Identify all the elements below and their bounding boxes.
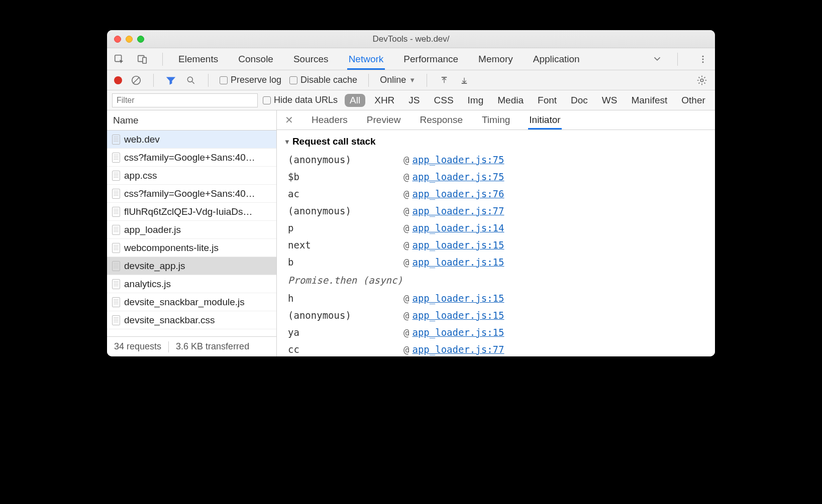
detail-tab-headers[interactable]: Headers <box>311 110 349 130</box>
async-boundary: Promise.then (async) <box>284 271 708 290</box>
devtools-window: DevTools - web.dev/ ElementsConsoleSourc… <box>107 30 715 356</box>
request-row[interactable]: css?family=Google+Sans:40… <box>107 185 276 203</box>
request-row[interactable]: app.css <box>107 167 276 185</box>
tab-elements[interactable]: Elements <box>177 49 220 70</box>
stack-function: ya <box>288 324 403 341</box>
filter-type-all[interactable]: All <box>345 94 365 107</box>
file-icon <box>112 297 120 307</box>
stack-source-link[interactable]: app_loader.js:76 <box>412 185 504 202</box>
clear-icon[interactable] <box>130 74 142 86</box>
tab-console[interactable]: Console <box>237 49 275 70</box>
stack-source-link[interactable]: app_loader.js:15 <box>412 290 504 307</box>
stack-source-link[interactable]: app_loader.js:15 <box>412 254 504 271</box>
request-name: css?family=Google+Sans:40… <box>124 188 255 199</box>
tab-memory[interactable]: Memory <box>477 49 515 70</box>
request-name: devsite_app.js <box>124 261 185 272</box>
stack-frame: (anonymous)@app_loader.js:75 <box>284 151 708 168</box>
initiator-pane: ▼ Request call stack (anonymous)@app_loa… <box>277 130 715 356</box>
stack-source-link[interactable]: app_loader.js:14 <box>412 219 504 236</box>
minimize-window-button[interactable] <box>126 36 133 43</box>
stack-source-link[interactable]: app_loader.js:15 <box>412 307 504 324</box>
network-toolbar: Preserve log Disable cache Online ▼ <box>107 70 715 90</box>
stack-frame: ac@app_loader.js:76 <box>284 185 708 202</box>
request-name: app_loader.js <box>124 224 181 235</box>
stack-source-link[interactable]: app_loader.js:77 <box>412 202 504 219</box>
stack-frame: b@app_loader.js:15 <box>284 254 708 271</box>
kebab-menu-icon[interactable] <box>697 53 709 65</box>
stack-source-link[interactable]: app_loader.js:75 <box>412 168 504 185</box>
stack-function: (anonymous) <box>288 151 403 168</box>
detail-tab-timing[interactable]: Timing <box>481 110 511 130</box>
throttling-select[interactable]: Online ▼ <box>380 75 416 85</box>
filter-type-other[interactable]: Other <box>676 94 710 107</box>
request-row[interactable]: css?family=Google+Sans:40… <box>107 149 276 167</box>
request-list: Name web.devcss?family=Google+Sans:40…ap… <box>107 110 277 356</box>
stack-source-link[interactable]: app_loader.js:15 <box>412 324 504 341</box>
more-tabs-icon[interactable] <box>651 53 663 65</box>
request-row[interactable]: webcomponents-lite.js <box>107 239 276 257</box>
request-row[interactable]: app_loader.js <box>107 221 276 239</box>
preserve-log-checkbox[interactable]: Preserve log <box>220 75 281 85</box>
request-row[interactable]: web.dev <box>107 131 276 149</box>
stack-source-link[interactable]: app_loader.js:75 <box>412 151 504 168</box>
filter-type-manifest[interactable]: Manifest <box>626 94 672 107</box>
request-name: app.css <box>124 170 157 181</box>
close-window-button[interactable] <box>114 36 121 43</box>
hide-data-urls-checkbox[interactable]: Hide data URLs <box>263 95 338 105</box>
separator <box>427 74 427 87</box>
stack-frame: (anonymous)@app_loader.js:15 <box>284 307 708 324</box>
download-icon[interactable] <box>458 74 470 86</box>
tab-application[interactable]: Application <box>532 49 581 70</box>
filter-type-ws[interactable]: WS <box>597 94 623 107</box>
filter-type-xhr[interactable]: XHR <box>369 94 399 107</box>
request-row[interactable]: analytics.js <box>107 275 276 293</box>
filter-type-media[interactable]: Media <box>492 94 529 107</box>
zoom-window-button[interactable] <box>137 36 144 43</box>
tab-network[interactable]: Network <box>347 49 385 70</box>
separator <box>153 74 154 87</box>
file-icon <box>112 135 120 145</box>
chevron-down-icon: ▼ <box>409 76 416 84</box>
inspect-icon[interactable] <box>113 53 125 65</box>
filter-type-font[interactable]: Font <box>533 94 562 107</box>
file-icon <box>112 315 120 325</box>
stack-function: (anonymous) <box>288 307 403 324</box>
filter-type-css[interactable]: CSS <box>429 94 459 107</box>
request-row[interactable]: devsite_snackbar.css <box>107 311 276 329</box>
close-icon[interactable]: ✕ <box>285 114 293 126</box>
filter-type-img[interactable]: Img <box>463 94 489 107</box>
request-name: web.dev <box>124 134 160 145</box>
hide-data-urls-label: Hide data URLs <box>274 95 338 105</box>
device-toggle-icon[interactable] <box>136 53 148 65</box>
request-row[interactable]: devsite_app.js <box>107 257 276 275</box>
filter-input[interactable] <box>112 93 258 107</box>
transferred-size: 3.6 KB transferred <box>176 341 249 352</box>
svg-point-5 <box>702 61 704 63</box>
record-button[interactable] <box>114 76 122 84</box>
detail-tab-response[interactable]: Response <box>419 110 464 130</box>
gear-icon[interactable] <box>696 74 708 86</box>
stack-function: h <box>288 290 403 307</box>
stack-source-link[interactable]: app_loader.js:77 <box>412 341 504 356</box>
stack-frame: cc@app_loader.js:77 <box>284 341 708 356</box>
disable-cache-checkbox[interactable]: Disable cache <box>289 75 357 85</box>
search-icon[interactable] <box>185 74 197 86</box>
stack-source-link[interactable]: app_loader.js:15 <box>412 236 504 254</box>
main-tabs: ElementsConsoleSourcesNetworkPerformance… <box>107 48 715 70</box>
request-list-header[interactable]: Name <box>107 110 276 131</box>
detail-tab-initiator[interactable]: Initiator <box>528 110 561 130</box>
traffic-lights <box>114 36 144 43</box>
upload-icon[interactable] <box>438 74 450 86</box>
svg-rect-2 <box>143 57 146 63</box>
request-row[interactable]: devsite_snackbar_module.js <box>107 293 276 311</box>
tab-sources[interactable]: Sources <box>292 49 330 70</box>
request-row[interactable]: flUhRq6tZclQEJ-Vdg-IuiaDs… <box>107 203 276 221</box>
tab-performance[interactable]: Performance <box>402 49 460 70</box>
filter-type-js[interactable]: JS <box>403 94 425 107</box>
stack-heading[interactable]: ▼ Request call stack <box>284 136 708 147</box>
filter-type-doc[interactable]: Doc <box>566 94 593 107</box>
throttling-value: Online <box>380 75 406 85</box>
detail-tab-preview[interactable]: Preview <box>366 110 402 130</box>
filter-icon[interactable] <box>165 74 177 86</box>
preserve-log-label: Preserve log <box>231 75 281 85</box>
